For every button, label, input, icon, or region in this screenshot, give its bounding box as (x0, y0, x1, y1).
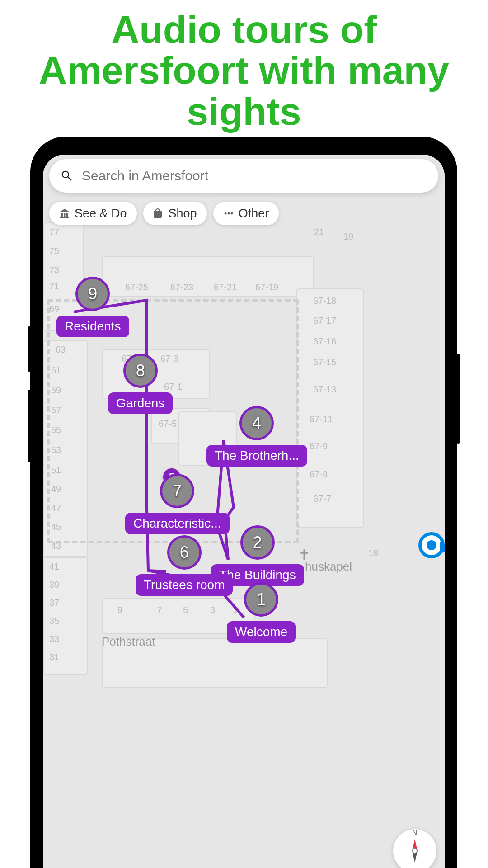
house-number: 67-5 (159, 419, 177, 429)
poi-thumbnail: 7 (160, 474, 194, 508)
house-number: 3 (210, 605, 215, 615)
search-bar[interactable] (49, 159, 438, 193)
street-label: Pothstraat (102, 635, 155, 649)
house-number: 63 (56, 344, 66, 355)
house-number: 57 (51, 405, 61, 415)
house-number: 67-9 (310, 441, 328, 452)
house-number: 67-7 (313, 494, 331, 504)
house-number: 67-8 (310, 469, 328, 480)
house-number: 67-21 (214, 282, 237, 292)
chip-shop[interactable]: Shop (143, 202, 207, 225)
house-number: 47 (51, 503, 61, 513)
house-number: 61 (51, 365, 61, 376)
poi-thumbnail: 6 (167, 535, 202, 570)
compass-button[interactable]: N (393, 829, 436, 868)
house-number: 67-17 (313, 316, 336, 326)
tour-poi-1[interactable]: 1 Welcome (227, 582, 296, 643)
chip-see-do[interactable]: See & Do (49, 202, 137, 225)
house-number: 53 (51, 445, 61, 455)
house-number: 67-11 (310, 414, 333, 425)
house-number: 19 (343, 231, 353, 242)
poi-number: 8 (136, 361, 145, 380)
house-number: 18 (368, 548, 378, 558)
poi-number: 2 (253, 533, 262, 552)
poi-label: Trustees room (136, 574, 233, 596)
poi-number: 1 (257, 590, 266, 609)
poi-number: 9 (88, 284, 97, 303)
house-number: 73 (49, 265, 59, 275)
house-number: 5 (183, 605, 188, 615)
poi-number: 6 (180, 543, 189, 562)
house-number: 41 (49, 561, 59, 572)
house-number: 51 (51, 465, 61, 475)
chip-label: See & Do (75, 207, 127, 221)
tour-poi-8[interactable]: 8 Gardens (108, 354, 173, 414)
map-canvas[interactable]: 5 777573716967-2567-2367-2167-19211967-1… (43, 155, 445, 868)
svg-point-4 (227, 212, 230, 215)
house-number: 67-23 (170, 282, 193, 292)
house-number: 45 (51, 522, 61, 532)
house-number: 21 (314, 227, 324, 237)
house-number: 67-15 (313, 357, 336, 368)
chip-label: Shop (169, 207, 197, 221)
poi-label: The Brotherh... (206, 445, 307, 467)
poi-label: Welcome (227, 621, 296, 643)
poi-thumbnail: 1 (244, 582, 278, 617)
headline: Audio tours of Amersfoort with many sigh… (0, 0, 488, 145)
house-number: 39 (49, 580, 59, 590)
poi-thumbnail: 8 (123, 354, 158, 388)
poi-thumbnail: 4 (239, 406, 274, 440)
house-number: 67-16 (313, 336, 336, 347)
tour-poi-4[interactable]: 4 The Brotherh... (206, 406, 307, 467)
phone-screen: 5 777573716967-2567-2367-2167-19211967-1… (43, 155, 445, 868)
house-number: 67-19 (255, 282, 278, 292)
street-label: huskapel (305, 560, 352, 574)
house-number: 33 (49, 634, 59, 644)
house-number: 67-13 (313, 384, 336, 395)
search-icon (60, 169, 74, 183)
tour-poi-9[interactable]: 9 Residents (56, 277, 129, 337)
tour-poi-6[interactable]: 6 Trustees room (136, 535, 233, 596)
house-number: 9 (117, 605, 122, 615)
house-number: 55 (51, 425, 61, 435)
svg-point-2 (413, 849, 417, 853)
house-number: 35 (49, 616, 59, 626)
chip-label: Other (239, 207, 269, 221)
house-number: 75 (49, 246, 59, 256)
phone-frame: 5 777573716967-2567-2367-2167-19211967-1… (30, 137, 457, 868)
house-number: 77 (49, 227, 59, 237)
bank-icon (59, 208, 70, 219)
current-location-marker[interactable] (418, 532, 445, 558)
house-number: 59 (51, 385, 61, 396)
poi-label: Gardens (108, 392, 173, 414)
svg-point-5 (230, 212, 233, 215)
filter-chips: See & Do Shop Other (49, 202, 279, 225)
house-number: 37 (49, 598, 59, 608)
house-number: 49 (51, 484, 61, 494)
house-number: 31 (49, 652, 59, 662)
search-input[interactable] (82, 168, 427, 184)
house-number: 43 (51, 541, 61, 551)
poi-number: 4 (252, 414, 261, 433)
house-number: 7 (157, 605, 162, 615)
poi-label: Residents (56, 316, 129, 337)
house-number: 67-18 (313, 296, 336, 306)
poi-number: 7 (173, 481, 182, 500)
chip-other[interactable]: Other (213, 202, 279, 225)
poi-thumbnail: 2 (240, 525, 275, 560)
bag-icon (153, 208, 164, 219)
svg-point-3 (224, 212, 226, 215)
dots-icon (223, 208, 234, 219)
poi-thumbnail: 9 (75, 277, 110, 311)
